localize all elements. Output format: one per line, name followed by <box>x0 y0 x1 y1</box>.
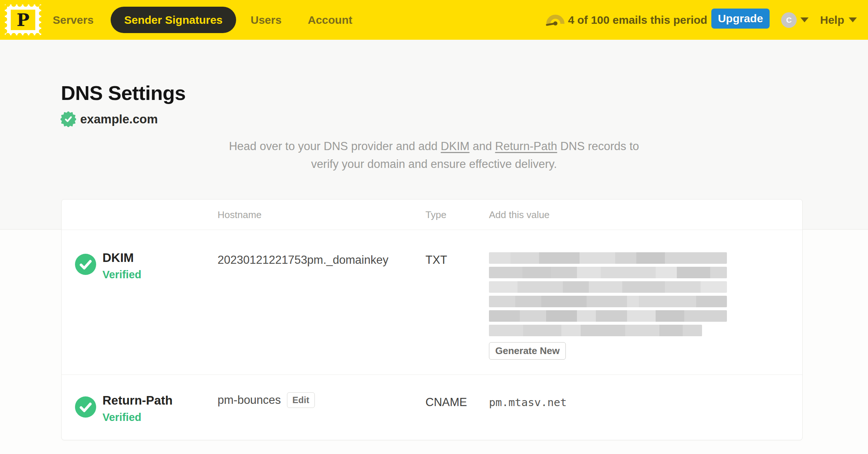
verified-domain: example.com <box>61 111 158 127</box>
redacted-value-block <box>489 325 702 336</box>
hostname-value: 20230121221753pm._domainkey <box>218 253 388 267</box>
instructions-text-line2: verify your domain and ensure effective … <box>311 158 557 171</box>
hostname-cell: pm-bounces Edit <box>218 392 315 408</box>
help-label: Help <box>820 14 844 26</box>
redacted-value-block <box>489 252 727 264</box>
page-title: DNS Settings <box>61 81 186 104</box>
usage-gauge-icon <box>546 14 564 26</box>
dkim-value-redacted: Generate New <box>489 252 734 360</box>
verified-check-icon <box>75 254 96 275</box>
logo-letter: P <box>17 12 30 29</box>
record-label: DKIM Verified <box>102 251 141 281</box>
edit-button[interactable]: Edit <box>287 392 315 408</box>
postmark-dns-settings-page: P Servers Sender Signatures Users Accoun… <box>0 0 868 454</box>
redacted-value-block <box>489 310 727 322</box>
table-row-dkim: DKIM Verified 20230121221753pm._domainke… <box>62 230 802 375</box>
cname-value: pm.mtasv.net <box>489 396 567 409</box>
record-type: TXT <box>425 253 447 267</box>
column-header-add-this-value: Add this value <box>489 200 549 230</box>
avatar-chevron-down-icon[interactable] <box>800 17 809 22</box>
upgrade-button[interactable]: Upgrade <box>711 9 770 29</box>
record-name: DKIM <box>102 251 141 265</box>
nav-item-sender-signatures[interactable]: Sender Signatures <box>111 7 236 33</box>
nav-item-account[interactable]: Account <box>308 0 352 40</box>
dkim-link[interactable]: DKIM <box>441 140 470 153</box>
column-header-hostname: Hostname <box>218 200 262 230</box>
postmark-logo[interactable]: P <box>5 4 41 35</box>
table-row-return-path: Return-Path Verified pm-bounces Edit CNA… <box>62 375 802 440</box>
verified-seal-icon <box>61 111 76 127</box>
help-chevron-down-icon <box>849 17 857 22</box>
avatar-initial: C <box>786 16 792 25</box>
redacted-value-block <box>489 281 727 293</box>
dns-records-card: Hostname Type Add this value DKIM Verifi… <box>61 199 803 440</box>
instructions-text: and <box>473 140 492 153</box>
record-type: CNAME <box>425 396 467 409</box>
instructions-text: Head over to your DNS provider and add <box>229 140 438 153</box>
dns-instructions: Head over to your DNS provider and add D… <box>174 137 694 173</box>
nav-item-servers[interactable]: Servers <box>53 0 94 40</box>
verified-check-icon <box>75 396 96 418</box>
usage-status-text: 4 of 100 emails this period <box>568 0 707 40</box>
redacted-value-block <box>489 296 727 307</box>
top-nav: P Servers Sender Signatures Users Accoun… <box>0 0 868 40</box>
status-badge: Verified <box>102 269 141 281</box>
instructions-text: DNS records to <box>560 140 639 153</box>
nav-item-users[interactable]: Users <box>251 0 281 40</box>
column-header-type: Type <box>425 200 446 230</box>
record-label: Return-Path Verified <box>102 393 173 424</box>
redacted-value-block <box>489 267 727 278</box>
table-header-row: Hostname Type Add this value <box>62 200 802 230</box>
help-menu[interactable]: Help <box>820 0 857 40</box>
return-path-link[interactable]: Return-Path <box>495 140 557 153</box>
status-badge: Verified <box>102 411 173 424</box>
domain-name: example.com <box>80 112 158 126</box>
hostname-value: pm-bounces <box>218 393 281 407</box>
avatar[interactable]: C <box>781 12 797 28</box>
record-name: Return-Path <box>102 393 173 408</box>
stamp-inner: P <box>11 10 35 30</box>
generate-new-button[interactable]: Generate New <box>489 342 566 360</box>
